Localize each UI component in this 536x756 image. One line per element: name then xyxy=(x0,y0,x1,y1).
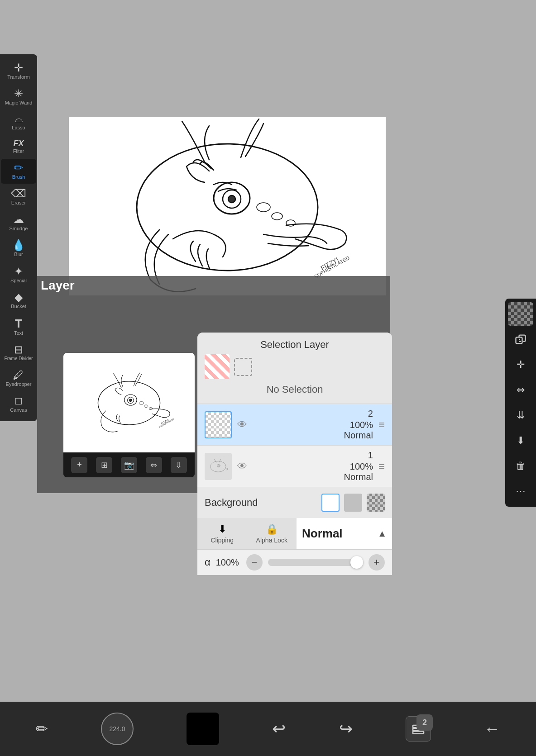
camera-button[interactable]: 📷 xyxy=(121,457,137,473)
clipping-button[interactable]: ⬇ Clipping xyxy=(197,518,247,549)
tool-blur-label: Blur xyxy=(14,252,23,257)
tool-canvas-label: Canvas xyxy=(10,407,27,413)
tool-canvas[interactable]: □ Canvas xyxy=(1,392,36,417)
alpha-lock-button[interactable]: 🔒 Alpha Lock xyxy=(247,518,297,549)
special-icon: ✦ xyxy=(14,266,23,277)
layers-toggle-button[interactable]: 2 xyxy=(406,716,431,742)
layer-2-menu[interactable]: ≡ xyxy=(378,418,385,431)
blend-mode-selector[interactable]: Normal ▲ xyxy=(297,518,392,549)
color-swatch-button[interactable] xyxy=(187,713,219,745)
add-group-button[interactable]: ⊞ xyxy=(96,457,112,473)
tool-lasso-label: Lasso xyxy=(12,125,25,131)
background-row: Background xyxy=(197,487,392,518)
merge-button[interactable]: ⇩ xyxy=(171,457,187,473)
redo-button[interactable]: ↪ xyxy=(339,719,353,738)
tool-lasso[interactable]: ⌓ Lasso xyxy=(1,110,36,134)
alpha-label: α xyxy=(205,556,211,568)
layer-count-badge: 2 xyxy=(416,714,433,731)
tool-frame-divider[interactable]: ⊟ Frame Divider xyxy=(1,341,36,365)
delete-layer-button[interactable]: 🗑 xyxy=(508,454,533,478)
layer-2-mode: Normal xyxy=(344,430,373,441)
layer-1-info: 1 100% Normal xyxy=(253,450,373,482)
brush-circle: 224.0 xyxy=(101,713,134,745)
tool-magic-wand[interactable]: ✳ Magic Wand xyxy=(1,85,36,109)
selection-layer-thumbnail xyxy=(205,354,230,379)
alpha-increase-button[interactable]: + xyxy=(368,554,385,571)
layer-copy-icon xyxy=(514,333,527,346)
export-button[interactable]: ⬇ xyxy=(508,429,533,452)
tool-transform-label: Transform xyxy=(7,74,30,80)
layer-1-mode: Normal xyxy=(344,472,373,482)
thumbnail-dragon: FIZZY! SOPHISTICATED xyxy=(75,360,183,446)
tool-magic-wand-label: Magic Wand xyxy=(5,100,33,106)
layer-2-opacity: 100% xyxy=(350,420,373,430)
eyedropper-icon: 🖊 xyxy=(13,370,24,380)
selection-layer-title: Selection Layer xyxy=(205,339,385,351)
lasso-icon: ⌓ xyxy=(15,114,23,124)
svg-point-4 xyxy=(228,195,235,203)
layer-1-menu[interactable]: ≡ xyxy=(378,460,385,473)
back-icon: ← xyxy=(484,719,500,738)
tool-smudge[interactable]: ☁ Smudge xyxy=(1,210,36,235)
bottom-nav: ✏ 224.0 ↩ ↪ 2 ← xyxy=(0,702,536,756)
brush-size-indicator[interactable]: 224.0 xyxy=(101,713,134,745)
filter-icon: FX xyxy=(13,139,24,147)
tool-text-label: Text xyxy=(14,330,23,336)
background-white-option[interactable] xyxy=(321,494,340,512)
blend-mode-arrow-icon: ▲ xyxy=(378,528,387,539)
dragon-artwork: FIZZY! SOPHISTICATED xyxy=(69,117,386,295)
tool-filter[interactable]: FX Filter xyxy=(1,136,36,158)
more-options-button[interactable]: ⋯ xyxy=(508,480,533,503)
tool-special-label: Special xyxy=(10,278,27,284)
alpha-slider[interactable] xyxy=(268,559,363,566)
tool-special[interactable]: ✦ Special xyxy=(1,262,36,287)
blend-mode-value: Normal xyxy=(302,527,343,541)
clipping-label: Clipping xyxy=(211,537,234,544)
thumbnail-toolbar: + ⊞ 📷 ⇔ ⇩ xyxy=(63,452,195,477)
add-layer-button[interactable]: + xyxy=(71,457,87,473)
checkerboard-button[interactable] xyxy=(508,302,533,326)
layer-1-visibility-toggle[interactable]: 👁 xyxy=(237,461,247,472)
undo-icon: ↩ xyxy=(272,719,286,738)
drawing-canvas[interactable]: FIZZY! SOPHISTICATED xyxy=(69,117,386,295)
bucket-icon: ◆ xyxy=(14,292,23,303)
tool-transform[interactable]: ✛ Transform xyxy=(1,59,36,84)
layer-row-2[interactable]: 👁 2 100% Normal ≡ xyxy=(197,404,392,446)
compress-button[interactable]: ⇊ xyxy=(508,404,533,427)
tool-eraser-label: Eraser xyxy=(11,200,26,206)
layer-1-opacity: 100% xyxy=(350,461,373,472)
tool-bucket[interactable]: ◆ Bucket xyxy=(1,288,36,313)
layer-row-1[interactable]: 👁 1 100% Normal ≡ xyxy=(197,446,392,487)
thumbnail-area: FIZZY! SOPHISTICATED + ⊞ 📷 ⇔ ⇩ xyxy=(63,353,195,477)
brush-settings-icon: ✏ xyxy=(36,720,48,737)
text-icon: T xyxy=(15,318,22,329)
svg-rect-27 xyxy=(413,731,424,733)
flip-horizontal-button[interactable]: ⇔ xyxy=(508,378,533,402)
move-arrange-button[interactable]: ✛ xyxy=(508,353,533,376)
layer-copy-button[interactable] xyxy=(508,328,533,351)
layer-2-visibility-toggle[interactable]: 👁 xyxy=(237,419,247,431)
alpha-decrease-button[interactable]: − xyxy=(246,554,263,571)
brush-size-value: 224.0 xyxy=(109,725,125,732)
right-icon-bar: ✛ ⇔ ⇊ ⬇ 🗑 ⋯ xyxy=(505,299,536,507)
tool-brush[interactable]: ✏ Brush xyxy=(1,159,36,184)
background-checker-option[interactable] xyxy=(367,494,385,512)
brush-settings-button[interactable]: ✏ xyxy=(36,720,48,737)
alpha-slider-thumb xyxy=(350,556,363,569)
flip-button[interactable]: ⇔ xyxy=(146,457,162,473)
tool-blur[interactable]: 💧 Blur xyxy=(1,236,36,261)
tool-eyedropper[interactable]: 🖊 Eyedropper xyxy=(1,366,36,391)
blend-tab-row: ⬇ Clipping 🔒 Alpha Lock Normal ▲ xyxy=(197,518,392,550)
svg-rect-24 xyxy=(516,337,522,343)
tool-frame-divider-label: Frame Divider xyxy=(5,356,33,361)
back-button[interactable]: ← xyxy=(484,719,500,738)
thumbnail-preview: FIZZY! SOPHISTICATED xyxy=(63,353,195,452)
layer-1-thumbnail xyxy=(205,453,232,480)
transform-icon: ✛ xyxy=(14,62,23,73)
tool-text[interactable]: T Text xyxy=(1,314,36,340)
current-color-swatch xyxy=(187,713,219,745)
undo-button[interactable]: ↩ xyxy=(272,719,286,738)
tool-bucket-label: Bucket xyxy=(11,304,26,309)
tool-eraser[interactable]: ⌫ Eraser xyxy=(1,185,36,209)
background-gray-option[interactable] xyxy=(344,494,362,512)
